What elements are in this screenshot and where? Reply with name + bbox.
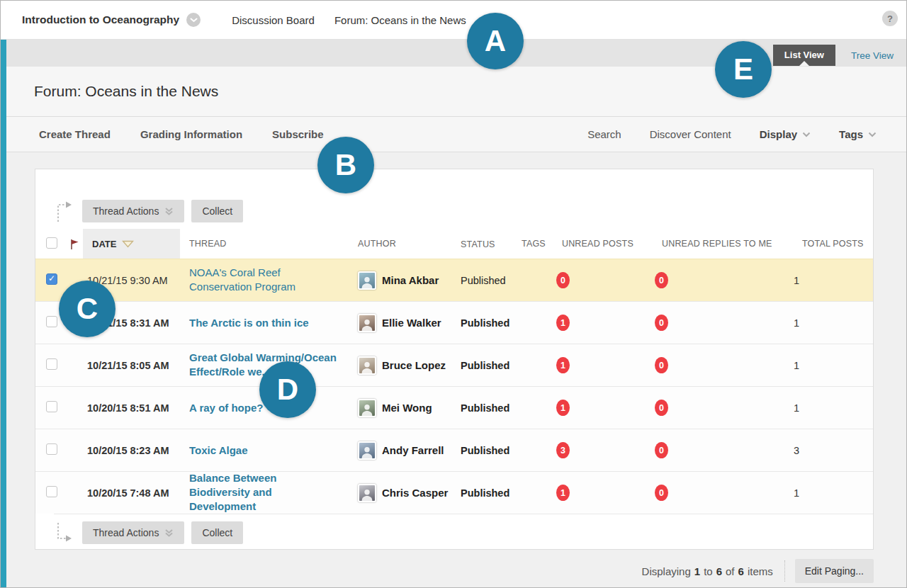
unread-replies-badge: 0 [655,442,668,458]
thread-status: Published [455,487,515,499]
apply-to-selected-arrow-icon [54,521,74,544]
table-row: 10/21/15 8:31 AM The Arctic is on thin i… [35,301,873,344]
thread-date: 10/21/15 8:05 AM [83,360,180,371]
callout-e: E [715,41,772,98]
row-checkbox[interactable] [46,358,57,370]
callout-b: B [317,137,374,193]
grading-information-button[interactable]: Grading Information [140,128,242,140]
breadcrumb-current-forum: Forum: Oceans in the News [334,14,466,26]
flag-icon [69,238,79,250]
column-header-date[interactable]: DATE [83,229,180,259]
row-checkbox[interactable] [46,401,57,412]
avatar [358,484,376,502]
table-row: 10/20/15 8:23 AM Toxic Algae Andy Farrel… [35,429,873,471]
total-posts: 1 [774,487,873,499]
displaying-of-word: of [726,565,735,577]
chevron-down-icon [802,132,811,137]
author-name: Andy Farrell [382,444,444,456]
thread-link[interactable]: Toxic Algae [189,443,248,458]
column-header-author[interactable]: AUTHOR [358,239,396,249]
column-header-unread-replies[interactable]: UNREAD REPLIES TO ME [662,239,772,249]
total-posts: 1 [774,360,873,371]
unread-replies-badge: 0 [655,485,668,501]
displaying-items-word: items [748,565,773,577]
paging-separator [784,560,785,582]
list-controls-top: Thread Actions Collect [54,199,873,223]
thread-link[interactable]: Balance Between Biodiversity and Develop… [189,471,337,514]
avatar [358,271,376,290]
table-row: 10/21/15 8:05 AM Great Global Warming/Oc… [35,344,873,386]
action-bar: Create Thread Grading Information Subscr… [6,116,906,152]
create-thread-button[interactable]: Create Thread [39,128,111,140]
avatar [358,399,376,417]
table-row: 10/20/15 7:48 AM Balance Between Biodive… [35,471,873,514]
tree-view-link[interactable]: Tree View [851,50,894,61]
thread-link[interactable]: A ray of hope? [189,401,263,415]
column-header-unread-posts[interactable]: UNREAD POSTS [562,239,633,249]
unread-posts-badge: 0 [556,272,570,288]
view-toggle-strip: List View Tree View [6,40,906,67]
thread-actions-label: Thread Actions [93,527,159,538]
column-header-thread[interactable]: THREAD [189,239,227,249]
view-toggle: List View Tree View [773,45,895,66]
apply-to-selected-arrow-icon [54,199,74,223]
thread-date: 10/20/15 8:51 AM [83,402,180,414]
callout-d: D [259,361,316,418]
column-header-total-posts[interactable]: TOTAL POSTS [802,239,864,249]
collect-button[interactable]: Collect [191,200,243,222]
thread-link[interactable]: The Arctic is on thin ice [189,316,309,330]
thread-link[interactable]: NOAA's Coral Reef Conservation Program [189,266,337,295]
help-icon[interactable]: ? [882,11,898,26]
double-chevron-down-icon [164,207,174,216]
blackboard-forum-page: Introduction to Oceanography Discussion … [0,0,907,588]
page-title: Forum: Oceans in the News [34,83,218,100]
displaying-word: Displaying [642,565,691,577]
unread-posts-badge: 3 [556,442,570,458]
breadcrumb-discussion-board[interactable]: Discussion Board [232,14,315,26]
tags-dropdown[interactable]: Tags [839,128,877,140]
collect-button[interactable]: Collect [191,521,243,544]
column-header-tags[interactable]: TAGS [522,239,546,249]
displaying-to: 6 [716,565,722,577]
paging-footer: Displaying 1 to 6 of 6 items Edit Paging… [35,559,874,583]
action-bar-left: Create Thread Grading Information Subscr… [39,128,324,140]
edit-paging-button[interactable]: Edit Paging... [795,559,874,583]
thread-actions-button[interactable]: Thread Actions [82,200,184,222]
display-dropdown[interactable]: Display [760,128,811,140]
callout-a: A [467,13,524,69]
row-checkbox[interactable]: ✓ [46,273,57,285]
unread-posts-badge: 1 [556,315,570,331]
top-navigation-bar: Introduction to Oceanography Discussion … [1,1,906,40]
discover-content-button[interactable]: Discover Content [650,128,731,140]
table-header-row: DATE THREAD AUTHOR STATUS TAGS UNREAD PO… [35,229,873,259]
course-menu-toggle[interactable] [186,13,201,27]
row-checkbox[interactable] [46,443,57,455]
thread-actions-button[interactable]: Thread Actions [82,521,184,544]
row-checkbox[interactable] [46,486,57,497]
thread-actions-label: Thread Actions [93,205,159,217]
thread-date: 10/20/15 8:23 AM [83,445,180,456]
thread-status: Published [455,275,515,286]
accent-sidebar [1,40,6,588]
column-header-status[interactable]: STATUS [461,239,495,249]
page-title-area: Forum: Oceans in the News [6,67,906,116]
sort-descending-icon [122,240,134,248]
table-row: 10/20/15 8:51 AM A ray of hope? Mei Wong… [35,386,873,429]
row-checkbox[interactable] [46,316,57,327]
author-name: Bruce Lopez [382,359,446,371]
list-view-button[interactable]: List View [773,45,835,66]
total-posts: 1 [774,275,873,286]
display-dropdown-label: Display [760,128,797,140]
avatar [358,314,376,332]
thread-status: Published [455,445,515,456]
course-title: Introduction to Oceanography [22,13,179,26]
checkmark-icon: ✓ [48,273,55,283]
action-bar-right: Search Discover Content Display Tags [587,128,877,140]
thread-status: Published [455,360,515,371]
search-button[interactable]: Search [587,128,621,140]
subscribe-button[interactable]: Subscribe [272,128,324,140]
displaying-status: Displaying 1 to 6 of 6 items [642,565,773,577]
displaying-total: 6 [738,565,744,577]
select-all-checkbox[interactable] [46,237,57,249]
avatar [358,441,376,460]
